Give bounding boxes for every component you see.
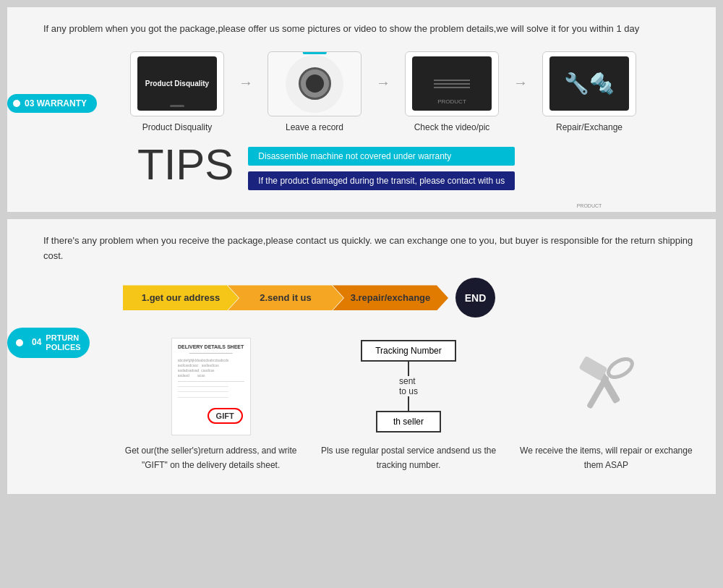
flow-label-video: Check the video/pic [414, 122, 490, 132]
flow-item-repair: 🔧🔩 PRODUCT Repair/Exchange [535, 51, 643, 132]
tip-box-2: If the product damaged during the transi… [248, 171, 515, 190]
video-line-2 [434, 83, 470, 85]
sheet-lines: —————————————— —————————————— ——————————… [178, 384, 244, 401]
badge-dot [13, 100, 20, 107]
flow-item-product: Product Disquality Product Disquality [123, 51, 231, 132]
delivery-sheet-img: DELIVERY DETAILS SHEET ———————————— abcd… [171, 339, 251, 433]
tracking-number-box: Tracking Number [361, 340, 456, 362]
warranty-flow: Product Disquality Product Disquality → … [123, 51, 694, 132]
arrow-2: → [376, 74, 390, 91]
flow-box-repair: 🔧🔩 PRODUCT [542, 51, 636, 116]
sent-to-label-row: sentto us [399, 376, 418, 396]
arrow-3: → [513, 74, 528, 91]
tools-icon-wrapper [566, 346, 646, 426]
step-1: 1.get our address [123, 285, 239, 310]
flow-box-product: Product Disquality [130, 51, 224, 116]
video-line-1 [434, 80, 470, 81]
return-intro-text: If there's any problem when you receive … [29, 234, 694, 264]
badge-number: 03 [25, 98, 34, 108]
sheet-title: DELIVERY DETAILS SHEET [178, 344, 244, 349]
flow-box-camera: MP4 [268, 51, 362, 116]
warranty-badge: 03 WARRANTY [7, 94, 97, 113]
return-item-tracking: Tracking Number sentto us th seller [320, 339, 496, 472]
svg-rect-3 [586, 375, 609, 409]
warranty-intro-text: If any problem when you got the package,… [29, 22, 694, 37]
flow-box-video: PRODUCT [405, 51, 499, 116]
return-badge-number: 04 [32, 337, 41, 349]
tips-content: Disassemble machine not covered under wa… [248, 147, 515, 190]
tools-emoji: 🔧🔩 [564, 72, 615, 95]
sheet-subtitle: ———————————— [178, 351, 244, 355]
tracking-img: Tracking Number sentto us th seller [361, 339, 456, 433]
return-item-delivery: DELIVERY DETAILS SHEET ———————————— abcd… [123, 339, 299, 472]
return-item-text-delivery: Get our(the seller's)return address, and… [123, 444, 299, 472]
return-badge-text: PRTURNPOLICES [46, 333, 80, 352]
tools-svg [566, 346, 646, 426]
tracking-line-top [408, 362, 409, 376]
video-line-3 [434, 87, 470, 88]
return-badge: 04 PRTURNPOLICES [7, 328, 90, 358]
product-label-video: PRODUCT [437, 98, 466, 105]
tracking-line-bottom [408, 396, 409, 411]
flow-label-product: Product Disquality [142, 122, 213, 132]
repair-icon: 🔧🔩 PRODUCT [549, 56, 629, 111]
tracking-arrow-down: sentto us [399, 362, 418, 411]
return-item-text-tools: We receive the items, will repair or exc… [518, 444, 694, 472]
tracking-diagram: Tracking Number sentto us th seller [361, 340, 456, 433]
return-item-text-tracking: Pls use regular postal service andsend u… [320, 444, 496, 472]
delivery-sheet: DELIVERY DETAILS SHEET ———————————— abcd… [171, 338, 251, 435]
step-2: 2.send it us [228, 285, 343, 310]
gift-badge: GIFT [208, 408, 243, 424]
badge-text: WARRANTY [37, 98, 87, 108]
step-3: 3.repair/exchange [333, 285, 448, 310]
arrow-1: → [239, 74, 253, 91]
flow-item-camera: MP4 Leave a record [260, 51, 369, 132]
flow-item-video: PRODUCT Check the video/pic [398, 51, 506, 132]
camera-lens-inner [306, 74, 324, 93]
flow-label-repair: Repair/Exchange [556, 122, 623, 132]
step-end: END [455, 278, 495, 318]
return-section: 1.get our address 2.send it us 3.repair/… [29, 278, 694, 472]
step-flow: 1.get our address 2.send it us 3.repair/… [123, 278, 694, 318]
flow-label-camera: Leave a record [286, 122, 343, 132]
svg-point-0 [606, 356, 636, 381]
tips-section: TIPS Disassemble machine not covered und… [123, 143, 694, 190]
product-disquality-icon: Product Disquality [137, 56, 217, 111]
mp4-badge: MP4 [303, 51, 327, 54]
camera-lens [299, 67, 331, 100]
video-icon: PRODUCT [412, 56, 492, 111]
return-item-tools: We receive the items, will repair or exc… [518, 339, 694, 472]
sheet-content: abcdefghjkldsabcdsabcdsabcds asdcasdcasc… [178, 358, 244, 378]
tools-img [566, 339, 646, 433]
product-label: Product Disquality [145, 80, 209, 88]
video-lines [434, 80, 470, 88]
sent-to-text: sentto us [399, 376, 418, 396]
seller-box: th seller [376, 411, 441, 433]
tips-title: TIPS [137, 143, 234, 187]
return-badge-dot [16, 339, 23, 346]
return-items: DELIVERY DETAILS SHEET ———————————— abcd… [123, 339, 694, 472]
camera-icon [286, 55, 343, 113]
tip-box-1: Disassemble machine not covered under wa… [248, 147, 515, 166]
